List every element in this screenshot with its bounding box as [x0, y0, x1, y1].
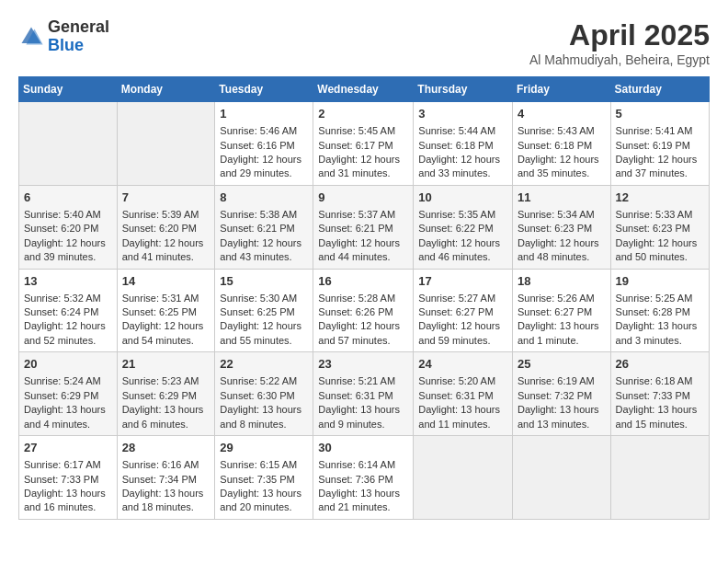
daylight-text: Daylight: 13 hours and 16 minutes. — [24, 487, 112, 515]
daylight-text: Daylight: 12 hours and 50 minutes. — [616, 236, 704, 265]
sunset-text: Sunset: 6:27 PM — [518, 305, 606, 319]
calendar-table: SundayMondayTuesdayWednesdayThursdayFrid… — [18, 76, 710, 520]
day-header-monday: Monday — [117, 77, 215, 102]
day-number: 12 — [616, 190, 704, 206]
month-title: April 2025 — [529, 18, 710, 52]
sunrise-text: Sunrise: 5:38 AM — [220, 208, 308, 222]
sunrise-text: Sunrise: 5:32 AM — [24, 292, 112, 305]
calendar-cell: 2Sunrise: 5:45 AMSunset: 6:17 PMDaylight… — [313, 102, 414, 186]
calendar-cell — [610, 436, 709, 520]
sunset-text: Sunset: 6:23 PM — [518, 222, 606, 236]
day-number: 2 — [318, 106, 408, 122]
calendar-cell: 14Sunrise: 5:31 AMSunset: 6:25 PMDayligh… — [117, 269, 215, 352]
sunset-text: Sunset: 7:33 PM — [24, 473, 112, 487]
day-number: 9 — [318, 190, 408, 206]
sunset-text: Sunset: 6:25 PM — [122, 305, 210, 319]
logo-icon — [18, 24, 44, 50]
day-number: 11 — [518, 190, 606, 206]
day-header-sunday: Sunday — [19, 77, 118, 102]
sunrise-text: Sunrise: 5:37 AM — [318, 208, 408, 222]
day-number: 17 — [418, 273, 507, 290]
sunset-text: Sunset: 6:17 PM — [318, 139, 408, 153]
day-number: 15 — [220, 273, 308, 290]
calendar-cell — [117, 102, 215, 186]
day-number: 6 — [24, 190, 112, 206]
daylight-text: Daylight: 13 hours and 8 minutes. — [220, 403, 308, 431]
sunrise-text: Sunrise: 5:28 AM — [318, 292, 408, 305]
sunset-text: Sunset: 6:31 PM — [318, 389, 408, 403]
daylight-text: Daylight: 13 hours and 9 minutes. — [318, 403, 408, 431]
daylight-text: Daylight: 13 hours and 6 minutes. — [122, 403, 210, 431]
sunset-text: Sunset: 7:33 PM — [616, 389, 704, 403]
calendar-cell: 26Sunrise: 6:18 AMSunset: 7:33 PMDayligh… — [610, 352, 709, 436]
calendar-cell: 28Sunrise: 6:16 AMSunset: 7:34 PMDayligh… — [117, 436, 215, 520]
day-number: 4 — [518, 106, 606, 122]
daylight-text: Daylight: 13 hours and 1 minute. — [518, 319, 606, 348]
sunrise-text: Sunrise: 5:43 AM — [518, 124, 606, 138]
day-number: 30 — [318, 440, 408, 456]
calendar-cell: 3Sunrise: 5:44 AMSunset: 6:18 PMDaylight… — [414, 102, 513, 186]
sunset-text: Sunset: 7:35 PM — [220, 473, 308, 487]
daylight-text: Daylight: 12 hours and 31 minutes. — [318, 153, 408, 181]
sunset-text: Sunset: 6:21 PM — [220, 222, 308, 236]
logo: General Blue — [18, 18, 109, 55]
sunset-text: Sunset: 6:20 PM — [122, 222, 210, 236]
daylight-text: Daylight: 12 hours and 54 minutes. — [122, 319, 210, 348]
day-header-saturday: Saturday — [610, 77, 709, 102]
calendar-cell: 20Sunrise: 5:24 AMSunset: 6:29 PMDayligh… — [19, 352, 118, 436]
sunrise-text: Sunrise: 5:30 AM — [220, 292, 308, 305]
day-number: 8 — [220, 190, 308, 206]
week-row: 1Sunrise: 5:46 AMSunset: 6:16 PMDaylight… — [19, 102, 710, 186]
sunrise-text: Sunrise: 6:19 AM — [518, 374, 606, 388]
day-header-tuesday: Tuesday — [215, 77, 313, 102]
day-number: 24 — [418, 356, 507, 373]
calendar-cell: 11Sunrise: 5:34 AMSunset: 6:23 PMDayligh… — [512, 185, 610, 269]
calendar-cell: 18Sunrise: 5:26 AMSunset: 6:27 PMDayligh… — [512, 269, 610, 352]
sunset-text: Sunset: 6:28 PM — [616, 305, 704, 319]
calendar-cell: 8Sunrise: 5:38 AMSunset: 6:21 PMDaylight… — [215, 185, 313, 269]
sunrise-text: Sunrise: 5:35 AM — [418, 208, 507, 222]
day-header-thursday: Thursday — [414, 77, 513, 102]
sunrise-text: Sunrise: 5:45 AM — [318, 124, 408, 138]
day-number: 26 — [616, 356, 704, 373]
calendar-cell: 1Sunrise: 5:46 AMSunset: 6:16 PMDaylight… — [215, 102, 313, 186]
sunrise-text: Sunrise: 5:40 AM — [24, 208, 112, 222]
title-block: April 2025 Al Mahmudiyah, Beheira, Egypt — [529, 18, 710, 67]
sunrise-text: Sunrise: 5:39 AM — [122, 208, 210, 222]
sunset-text: Sunset: 6:21 PM — [318, 222, 408, 236]
day-number: 21 — [122, 356, 210, 373]
sunrise-text: Sunrise: 6:17 AM — [24, 458, 112, 472]
day-number: 27 — [24, 440, 112, 456]
daylight-text: Daylight: 13 hours and 4 minutes. — [24, 403, 112, 431]
logo-blue: Blue — [48, 37, 109, 55]
day-number: 13 — [24, 273, 112, 290]
sunset-text: Sunset: 6:27 PM — [418, 305, 507, 319]
sunrise-text: Sunrise: 5:26 AM — [518, 292, 606, 305]
calendar-cell: 16Sunrise: 5:28 AMSunset: 6:26 PMDayligh… — [313, 269, 414, 352]
sunrise-text: Sunrise: 5:24 AM — [24, 374, 112, 388]
week-row: 13Sunrise: 5:32 AMSunset: 6:24 PMDayligh… — [19, 269, 710, 352]
sunset-text: Sunset: 6:18 PM — [418, 139, 507, 153]
daylight-text: Daylight: 12 hours and 29 minutes. — [220, 153, 308, 181]
week-row: 20Sunrise: 5:24 AMSunset: 6:29 PMDayligh… — [19, 352, 710, 436]
sunrise-text: Sunrise: 5:33 AM — [616, 208, 704, 222]
sunrise-text: Sunrise: 6:16 AM — [122, 458, 210, 472]
sunset-text: Sunset: 6:19 PM — [616, 139, 704, 153]
calendar-cell: 23Sunrise: 5:21 AMSunset: 6:31 PMDayligh… — [313, 352, 414, 436]
daylight-text: Daylight: 13 hours and 13 minutes. — [518, 403, 606, 431]
sunrise-text: Sunrise: 5:44 AM — [418, 124, 507, 138]
daylight-text: Daylight: 12 hours and 41 minutes. — [122, 236, 210, 265]
sunrise-text: Sunrise: 5:31 AM — [122, 292, 210, 305]
sunset-text: Sunset: 7:36 PM — [318, 473, 408, 487]
sunrise-text: Sunrise: 5:25 AM — [616, 292, 704, 305]
calendar-cell: 22Sunrise: 5:22 AMSunset: 6:30 PMDayligh… — [215, 352, 313, 436]
daylight-text: Daylight: 12 hours and 44 minutes. — [318, 236, 408, 265]
sunset-text: Sunset: 6:29 PM — [24, 389, 112, 403]
daylight-text: Daylight: 13 hours and 20 minutes. — [220, 487, 308, 515]
daylight-text: Daylight: 12 hours and 46 minutes. — [418, 236, 507, 265]
sunset-text: Sunset: 7:34 PM — [122, 473, 210, 487]
daylight-text: Daylight: 12 hours and 37 minutes. — [616, 153, 704, 181]
sunset-text: Sunset: 6:24 PM — [24, 305, 112, 319]
calendar-cell: 7Sunrise: 5:39 AMSunset: 6:20 PMDaylight… — [117, 185, 215, 269]
daylight-text: Daylight: 12 hours and 48 minutes. — [518, 236, 606, 265]
